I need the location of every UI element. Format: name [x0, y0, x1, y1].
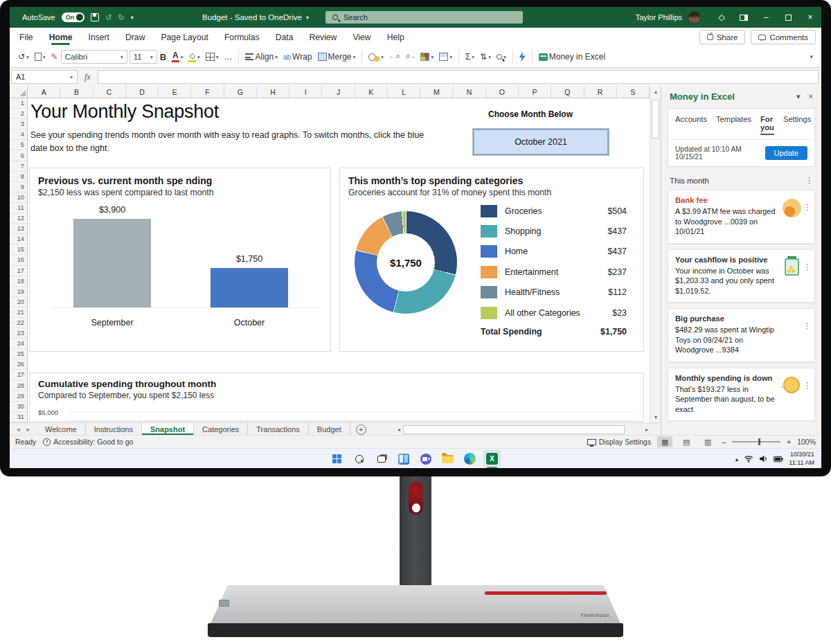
row-header-17[interactable]: 17: [10, 266, 27, 276]
column-header-K[interactable]: K: [355, 86, 388, 98]
font-name-select[interactable]: Calibri▾: [61, 50, 127, 64]
horizontal-scroll-track[interactable]: [402, 425, 644, 434]
restore-button[interactable]: [777, 7, 799, 28]
fill-color-button[interactable]: ◇▾: [186, 48, 202, 66]
document-title[interactable]: Budget - Saved to OneDrive ▾: [186, 7, 325, 28]
align-button[interactable]: Align▾: [242, 48, 280, 66]
column-header-N[interactable]: N: [453, 86, 485, 98]
search-input[interactable]: Search: [325, 11, 523, 24]
tab-home[interactable]: Home: [49, 28, 73, 46]
row-header-26[interactable]: 26: [10, 359, 27, 370]
select-all-corner[interactable]: [10, 86, 28, 98]
rewards-gem-icon[interactable]: ◇: [711, 7, 733, 28]
conditional-formatting-button[interactable]: ▾: [418, 48, 436, 66]
vertical-scrollbar[interactable]: ▴ ▾: [650, 86, 661, 422]
widgets-button[interactable]: [395, 450, 412, 467]
row-header-22[interactable]: 22: [10, 318, 27, 328]
insight-card[interactable]: Monthly spending is downThat’s $193.27 l…: [668, 368, 815, 422]
start-button[interactable]: [328, 450, 346, 467]
row-header-23[interactable]: 23: [10, 328, 27, 339]
sheet-tab-welcome[interactable]: Welcome: [37, 423, 86, 435]
column-header-Q[interactable]: Q: [551, 86, 584, 98]
row-header-12[interactable]: 12: [10, 213, 27, 224]
horizontal-scrollbar[interactable]: ◂ ▸: [397, 424, 648, 434]
customize-toolbar-icon[interactable]: ▾: [131, 15, 134, 21]
column-header-S[interactable]: S: [617, 86, 650, 98]
undo-icon[interactable]: ↺: [105, 13, 111, 22]
legend-item[interactable]: Home$437: [481, 242, 627, 262]
column-header-C[interactable]: C: [93, 86, 126, 98]
avatar[interactable]: [688, 11, 701, 24]
display-settings-button[interactable]: Display Settings: [587, 438, 651, 446]
paste-button[interactable]: ▾: [32, 48, 48, 66]
zoom-in-button[interactable]: +: [787, 438, 791, 446]
tab-draw[interactable]: Draw: [125, 28, 145, 46]
format-as-table-button[interactable]: ▾: [436, 48, 455, 66]
normal-view-button[interactable]: ▦: [657, 436, 672, 447]
panel-tab-settings[interactable]: Settings: [783, 115, 811, 134]
find-button[interactable]: ▾: [494, 48, 509, 66]
sheet-tab-instructions[interactable]: Instructions: [86, 423, 142, 435]
zoom-out-button[interactable]: –: [722, 438, 726, 446]
column-header-G[interactable]: G: [224, 86, 257, 98]
borders-button[interactable]: ▾: [203, 48, 222, 66]
column-header-H[interactable]: H: [257, 86, 289, 98]
scroll-down-icon[interactable]: ▾: [650, 411, 661, 422]
row-header-3[interactable]: 3: [10, 119, 27, 129]
undo-button[interactable]: ↺▾: [15, 48, 32, 66]
row-header-13[interactable]: 13: [10, 224, 27, 234]
autosave-toggle[interactable]: On: [62, 12, 85, 22]
legend-item[interactable]: Health/Fitness$112: [481, 283, 627, 303]
tab-help[interactable]: Help: [387, 28, 404, 46]
column-header-O[interactable]: O: [486, 86, 519, 98]
insight-card[interactable]: Big purchase$482.29 was spent at Wingtip…: [668, 308, 815, 362]
row-header-28[interactable]: 28: [10, 381, 27, 391]
tab-formulas[interactable]: Formulas: [224, 28, 260, 46]
ribbon-display-options-icon[interactable]: [733, 7, 755, 28]
clock[interactable]: 10/20/21 11:11 AM: [789, 451, 814, 467]
panel-tab-accounts[interactable]: Accounts: [675, 115, 707, 134]
next-sheet-icon[interactable]: ▸: [27, 426, 30, 433]
font-color-button[interactable]: A▾: [169, 48, 186, 66]
new-sheet-button[interactable]: +: [356, 424, 366, 435]
row-header-6[interactable]: 6: [10, 150, 27, 161]
chat-button[interactable]: [417, 450, 434, 467]
panel-tab-for-you[interactable]: For you: [760, 115, 774, 134]
row-header-7[interactable]: 7: [10, 161, 27, 172]
row-header-18[interactable]: 18: [10, 276, 27, 287]
row-header-21[interactable]: 21: [10, 307, 27, 318]
kebab-menu-icon[interactable]: ⋮: [803, 256, 811, 271]
row-header-8[interactable]: 8: [10, 172, 27, 182]
accessibility-status[interactable]: Accessibility: Good to go: [43, 438, 133, 446]
battery-icon[interactable]: [774, 456, 783, 463]
minimize-button[interactable]: –: [755, 7, 777, 28]
column-header-E[interactable]: E: [159, 86, 191, 98]
kebab-menu-icon[interactable]: ⋮: [805, 176, 813, 185]
column-header-D[interactable]: D: [126, 86, 159, 98]
font-size-select[interactable]: 11▾: [129, 50, 157, 64]
file-explorer-button[interactable]: [439, 450, 456, 467]
row-header-25[interactable]: 25: [10, 349, 27, 359]
panel-collapse-icon[interactable]: ▾: [796, 92, 801, 101]
row-header-16[interactable]: 16: [10, 255, 27, 265]
format-painter-icon[interactable]: ✎: [48, 48, 61, 66]
wifi-icon[interactable]: [744, 455, 753, 463]
money-in-excel-button[interactable]: Money in Excel: [536, 48, 608, 66]
row-header-19[interactable]: 19: [10, 287, 27, 297]
legend-item[interactable]: Groceries$504: [481, 201, 627, 221]
row-header-27[interactable]: 27: [10, 370, 27, 380]
row-header-4[interactable]: 4: [10, 129, 27, 140]
row-header-10[interactable]: 10: [10, 193, 27, 203]
name-box[interactable]: A1 ▾: [11, 70, 78, 84]
column-header-M[interactable]: M: [420, 86, 453, 98]
month-selector[interactable]: October 2021: [473, 129, 609, 155]
legend-item[interactable]: Shopping$437: [481, 221, 627, 241]
insight-card[interactable]: Bank feeA $3.99 ATM fee was charged to W…: [668, 190, 815, 244]
column-header-A[interactable]: A: [28, 86, 60, 98]
column-header-P[interactable]: P: [519, 86, 551, 98]
save-icon[interactable]: [91, 13, 99, 21]
sheet-tab-transactions[interactable]: Transactions: [248, 423, 309, 435]
ideas-icon[interactable]: [517, 48, 528, 66]
column-header-J[interactable]: J: [322, 86, 355, 98]
row-header-5[interactable]: 5: [10, 140, 27, 150]
